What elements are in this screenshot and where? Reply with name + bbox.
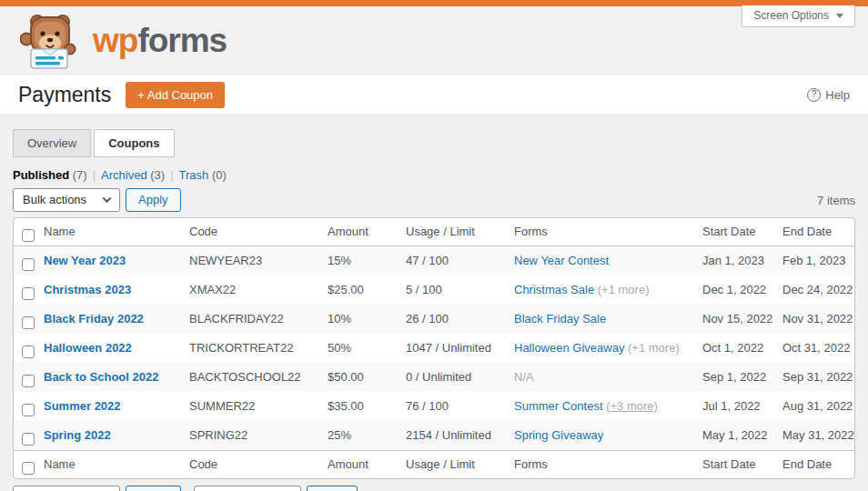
coupon-usage: 26 / 100 xyxy=(397,305,505,334)
row-checkbox[interactable] xyxy=(22,287,35,300)
coupon-name-link[interactable]: Halloween 2022 xyxy=(44,341,132,355)
coupon-start-date: May 1, 2022 xyxy=(693,421,773,450)
coupon-start-date: Oct 1, 2022 xyxy=(693,334,773,363)
form-more-link[interactable]: (+1 more) xyxy=(628,341,680,355)
coupon-name-link[interactable]: Christmas 2023 xyxy=(44,283,131,296)
select-all-checkbox[interactable] xyxy=(22,462,35,475)
coupon-usage: 0 / Unlimited xyxy=(397,363,505,392)
items-count: 7 items xyxy=(817,194,855,207)
coupon-forms: Black Friday Sale xyxy=(505,305,693,334)
coupon-name-link[interactable]: Back to School 2022 xyxy=(44,370,158,384)
column-footer-code[interactable]: Code xyxy=(180,450,318,478)
coupon-code: TRICKORTREAT22 xyxy=(180,334,318,363)
filter-published[interactable]: Published (7) xyxy=(13,168,87,182)
column-footer-amount: Amount xyxy=(318,450,397,478)
type-filter-select[interactable]: All types xyxy=(194,486,301,491)
column-footer-end-date[interactable]: End Date xyxy=(773,450,854,478)
tab-coupons[interactable]: Coupons xyxy=(94,129,174,157)
coupon-end-date: Feb 1, 2023 xyxy=(773,246,854,276)
row-checkbox[interactable] xyxy=(22,433,35,446)
coupon-amount: $50.00 xyxy=(318,363,397,392)
column-footer-name[interactable]: Name xyxy=(35,450,180,478)
form-link[interactable]: Halloween Giveaway xyxy=(514,341,624,355)
coupon-end-date: Aug 31, 2022 xyxy=(773,392,854,421)
bottom-toolbar: Bulk actions Apply All types Filter 7 it… xyxy=(13,486,855,491)
coupon-start-date: Sep 1, 2022 xyxy=(693,363,773,392)
add-coupon-button[interactable]: + Add Coupon xyxy=(126,82,225,108)
screen-options-label: Screen Options xyxy=(753,9,829,22)
coupon-name-link[interactable]: New Year 2023 xyxy=(44,254,126,267)
coupon-amount: $25.00 xyxy=(318,276,397,305)
apply-button[interactable]: Apply xyxy=(126,486,181,491)
coupon-forms: New Year Contest xyxy=(505,246,693,276)
coupon-start-date: Jan 1, 2023 xyxy=(693,246,773,276)
top-toolbar: Bulk actions Apply 7 items xyxy=(13,188,855,212)
form-link[interactable]: Christmas Sale xyxy=(514,283,594,296)
coupon-amount: 15% xyxy=(318,246,397,276)
bulk-actions-select[interactable]: Bulk actions xyxy=(13,486,120,491)
coupon-forms: Christmas Sale (+1 more) xyxy=(505,276,693,305)
filter-button[interactable]: Filter xyxy=(307,486,358,491)
table-row: Christmas 2023XMAX22$25.005 / 100Christm… xyxy=(14,276,854,305)
bulk-actions-select[interactable]: Bulk actions xyxy=(13,188,120,212)
coupon-end-date: Nov 31, 2022 xyxy=(773,305,854,334)
select-all-checkbox[interactable] xyxy=(22,229,35,242)
column-footer-forms: Forms xyxy=(505,450,693,478)
column-footer-usage: Usage / Limit xyxy=(397,450,505,478)
coupon-forms: Spring Giveaway xyxy=(505,421,693,450)
coupon-usage: 5 / 100 xyxy=(397,276,505,305)
column-header-start-date[interactable]: Start Date xyxy=(693,218,773,246)
form-more-link[interactable]: (+1 more) xyxy=(598,283,650,296)
coupon-code: SPRING22 xyxy=(180,421,318,450)
form-link[interactable]: Black Friday Sale xyxy=(514,312,606,326)
filter-trash[interactable]: Trash (0) xyxy=(179,168,227,182)
content-area: Overview Coupons Published (7)|Archived … xyxy=(0,114,868,491)
screen-options-button[interactable]: Screen Options xyxy=(742,5,855,27)
coupon-forms: N/A xyxy=(505,363,693,392)
coupon-amount: 25% xyxy=(318,421,397,450)
coupon-name-link[interactable]: Spring 2022 xyxy=(44,428,111,442)
table-row: Black Friday 2022BLACKFRIDAY2210%26 / 10… xyxy=(14,305,854,334)
coupon-amount: $35.00 xyxy=(318,392,397,421)
table-row: Summer 2022SUMMER22$35.0076 / 100Summer … xyxy=(14,392,854,421)
row-checkbox[interactable] xyxy=(22,404,35,416)
form-link[interactable]: Summer Contest xyxy=(514,399,603,413)
table-row: Spring 2022SPRING2225%2154 / UnlimitedSp… xyxy=(14,421,854,450)
coupon-end-date: Dec 24, 2022 xyxy=(773,276,854,305)
chevron-down-icon xyxy=(836,14,843,18)
table-header-row: Name Code Amount Usage / Limit Forms Sta… xyxy=(14,218,854,246)
coupon-name-link[interactable]: Black Friday 2022 xyxy=(44,312,144,326)
row-checkbox[interactable] xyxy=(22,316,35,329)
coupon-name-link[interactable]: Summer 2022 xyxy=(44,399,121,413)
coupon-amount: 10% xyxy=(318,305,397,334)
coupon-end-date: Oct 31, 2022 xyxy=(773,334,854,363)
coupon-usage: 76 / 100 xyxy=(397,392,505,421)
coupon-code: SUMMER22 xyxy=(180,392,318,421)
column-header-end-date[interactable]: End Date xyxy=(773,218,854,246)
forms-not-assigned: N/A xyxy=(514,370,534,384)
chevron-down-icon xyxy=(103,194,112,203)
coupons-table: Name Code Amount Usage / Limit Forms Sta… xyxy=(13,217,855,479)
row-checkbox[interactable] xyxy=(22,346,35,358)
form-link[interactable]: Spring Giveaway xyxy=(514,428,603,442)
row-checkbox[interactable] xyxy=(22,258,35,271)
filter-archived[interactable]: Archived (3) xyxy=(101,168,165,182)
status-filters: Published (7)|Archived (3)|Trash (0) xyxy=(13,168,855,182)
coupon-usage: 2154 / Unlimited xyxy=(397,421,505,450)
coupons-table-body: New Year 2023NEWYEAR2315%47 / 100New Yea… xyxy=(14,246,854,450)
column-header-code[interactable]: Code xyxy=(180,218,318,246)
coupon-code: XMAX22 xyxy=(180,276,318,305)
tab-overview[interactable]: Overview xyxy=(13,129,91,157)
apply-button[interactable]: Apply xyxy=(126,188,181,212)
wordmark-forms: forms xyxy=(137,22,227,59)
column-header-amount[interactable]: Amount xyxy=(318,218,397,246)
form-link[interactable]: New Year Contest xyxy=(514,254,609,267)
help-question-icon: ? xyxy=(807,88,821,102)
column-header-name[interactable]: Name xyxy=(35,218,180,246)
row-checkbox[interactable] xyxy=(22,375,35,387)
coupon-code: BLACKFRIDAY22 xyxy=(180,305,318,334)
column-header-usage: Usage / Limit xyxy=(397,218,505,246)
help-link[interactable]: ? Help xyxy=(807,88,850,102)
column-footer-start-date[interactable]: Start Date xyxy=(693,450,773,478)
form-more-link[interactable]: (+3 more) xyxy=(606,399,658,413)
